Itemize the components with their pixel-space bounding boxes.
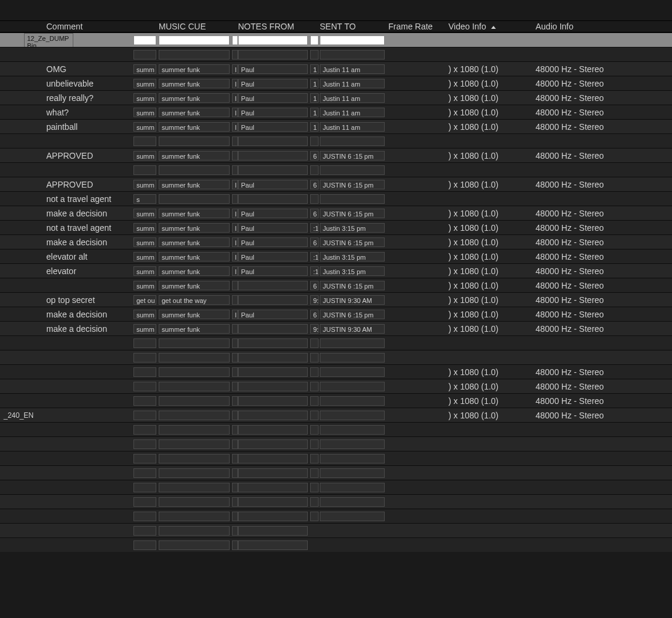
cell-music-cue-b[interactable] [159,540,230,550]
cell-music-cue-b[interactable] [159,194,230,204]
table-row[interactable]: what?summsummer funklPaul1 aJustin 11 am… [0,105,672,119]
cell-sent-to-a[interactable]: 6 :: [310,180,319,189]
cell-notes-from-b[interactable]: Paul [238,252,308,262]
cell-notes-from-a[interactable] [232,540,238,550]
cell-music-cue-b[interactable] [159,439,230,449]
cell-notes-from-b[interactable] [238,540,308,550]
cell-notes-from-a[interactable]: l [232,93,238,103]
cell-sent-to-a[interactable] [310,194,319,204]
table-row[interactable]: ) x 1080 (1.0)48000 Hz - Stereo [0,393,672,408]
cell-notes-from-a[interactable] [232,497,238,507]
cell-sent-to-a[interactable] [310,396,319,406]
cell-notes-from-b[interactable] [238,295,308,305]
cell-notes-from-b[interactable] [238,382,308,391]
cell-notes-from-a[interactable] [232,468,238,478]
cell-notes-from-b[interactable] [238,194,308,204]
cell-notes-from-a[interactable] [232,338,238,348]
table-row[interactable]: make a decisionsummsummer funklPaul6 ::J… [0,307,672,321]
table-row[interactable]: op top secretget ouget out the way9:3JUS… [0,292,672,307]
cell-sent-to-b[interactable]: Justin 3:15 pm [320,223,385,233]
cell-sent-to-a[interactable]: 1 a [310,64,319,74]
table-row[interactable] [0,523,672,537]
cell-sent-to-a[interactable]: 1 a [310,93,319,103]
cell-sent-to-b[interactable]: Justin 3:15 pm [320,252,385,262]
cell-notes-from-b[interactable] [238,35,308,45]
col-header-audio[interactable]: Audio Info [536,22,656,31]
cell-notes-from-a[interactable] [232,353,238,363]
cell-sent-to-b[interactable]: JUSTIN 6 :15 pm [320,237,385,247]
cell-music-cue-a[interactable] [133,512,156,521]
cell-notes-from-a[interactable] [232,425,238,435]
cell-notes-from-a[interactable] [232,512,238,521]
col-header-notes[interactable]: NOTES FROM [238,22,310,31]
cell-notes-from-a[interactable] [232,454,238,464]
cell-sent-to-b[interactable]: Justin 11 am [320,108,385,117]
cell-music-cue-b[interactable]: summer funk [159,281,230,290]
table-row[interactable]: APPROVEDsummsummer funk6 ::JUSTIN 6 :15 … [0,148,672,162]
cell-sent-to-b[interactable]: JUSTIN 6 :15 pm [320,209,385,218]
cell-notes-from-b[interactable] [238,396,308,406]
cell-sent-to-b[interactable] [320,512,385,521]
cell-notes-from-a[interactable]: l [232,122,238,132]
cell-notes-from-a[interactable]: l [232,310,238,319]
cell-music-cue-a[interactable]: summ [133,266,156,276]
cell-notes-from-b[interactable]: Paul [238,64,308,74]
cell-music-cue-b[interactable] [159,367,230,377]
cell-notes-from-a[interactable] [232,295,238,305]
cell-notes-from-b[interactable]: Paul [238,108,308,117]
cell-notes-from-a[interactable] [232,483,238,492]
cell-notes-from-b[interactable] [238,151,308,161]
cell-notes-from-b[interactable]: Paul [238,266,308,276]
cell-music-cue-a[interactable]: summ [133,310,156,319]
table-row[interactable] [0,335,672,350]
cell-notes-from-a[interactable]: l [232,237,238,247]
table-row[interactable]: 12_Ze_DUMP Bin [0,32,672,47]
cell-notes-from-b[interactable] [238,512,308,521]
cell-music-cue-a[interactable] [133,483,156,492]
table-row[interactable]: not a travel agentsummsummer funklPaul:1… [0,220,672,234]
cell-notes-from-a[interactable] [232,50,238,60]
cell-sent-to-b[interactable] [320,338,385,348]
cell-music-cue-b[interactable]: summer funk [159,64,230,74]
cell-sent-to-b[interactable] [320,50,385,60]
cell-sent-to-b[interactable]: Justin 11 am [320,79,385,88]
cell-notes-from-b[interactable] [238,324,308,334]
cell-sent-to-a[interactable] [310,425,319,435]
cell-sent-to-b[interactable] [320,194,385,204]
cell-sent-to-a[interactable]: 9:3 [310,324,319,334]
cell-sent-to-b[interactable] [320,353,385,363]
cell-sent-to-b[interactable] [320,468,385,478]
cell-music-cue-b[interactable]: summer funk [159,223,230,233]
cell-music-cue-a[interactable] [133,540,156,550]
cell-music-cue-a[interactable]: summ [133,223,156,233]
cell-music-cue-b[interactable] [159,353,230,363]
table-row[interactable] [0,162,672,177]
cell-notes-from-b[interactable] [238,425,308,435]
table-row[interactable]: not a travel agents [0,191,672,206]
table-row[interactable]: make a decisionsummsummer funklPaul6 ::J… [0,234,672,249]
cell-notes-from-a[interactable] [232,382,238,391]
cell-sent-to-b[interactable]: JUSTIN 6 :15 pm [320,310,385,319]
cell-sent-to-b[interactable] [320,454,385,464]
cell-notes-from-a[interactable] [232,396,238,406]
cell-sent-to-a[interactable] [310,136,319,146]
cell-notes-from-b[interactable]: Paul [238,310,308,319]
cell-music-cue-b[interactable]: summer funk [159,324,230,334]
cell-notes-from-a[interactable] [232,411,238,420]
cell-notes-from-b[interactable] [238,165,308,175]
cell-music-cue-b[interactable] [159,454,230,464]
cell-music-cue-a[interactable] [133,353,156,363]
cell-sent-to-a[interactable]: 6 :: [310,209,319,218]
cell-sent-to-a[interactable] [310,439,319,449]
table-row[interactable] [0,47,672,61]
cell-sent-to-b[interactable]: JUSTIN 6 :15 pm [320,180,385,189]
cell-music-cue-a[interactable] [133,50,156,60]
cell-music-cue-a[interactable]: summ [133,209,156,218]
cell-music-cue-b[interactable] [159,136,230,146]
cell-music-cue-b[interactable]: summer funk [159,310,230,319]
cell-notes-from-a[interactable] [232,439,238,449]
cell-music-cue-a[interactable]: summ [133,93,156,103]
cell-sent-to-b[interactable]: JUSTIN 9:30 AM [320,324,385,334]
cell-notes-from-b[interactable] [238,526,308,536]
cell-sent-to-b[interactable] [320,165,385,175]
